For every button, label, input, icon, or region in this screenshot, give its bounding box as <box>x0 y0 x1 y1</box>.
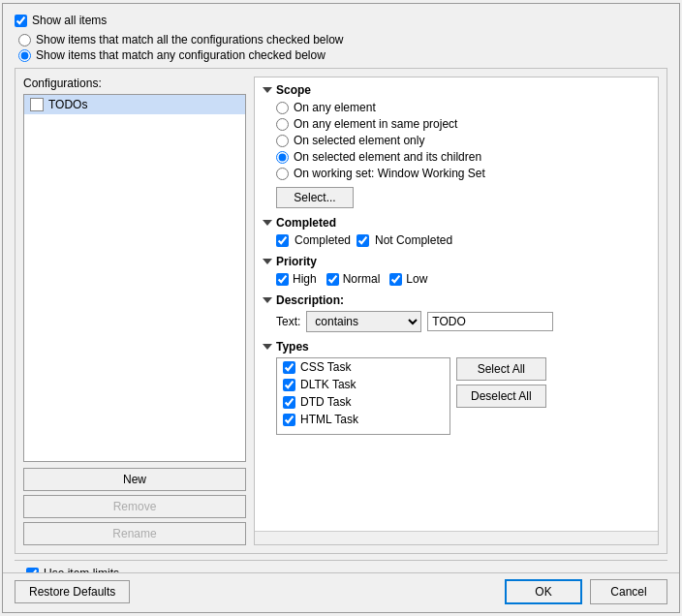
type-css-label: CSS Task <box>300 360 351 374</box>
scope-selected-children-radio[interactable] <box>276 151 289 164</box>
scope-selected-only-radio[interactable] <box>276 135 289 147</box>
config-item-todos[interactable]: TODOs <box>24 95 245 114</box>
match-radio-group: Show items that match all the configurat… <box>15 33 667 62</box>
bottom-bar: Use item limits Number of items visible … <box>15 560 667 572</box>
completed-title: Completed <box>276 216 336 230</box>
type-item-css[interactable]: CSS Task <box>277 358 450 376</box>
main-area: Configurations: TODOs New Remove Rename <box>15 68 667 554</box>
left-panel: Configurations: TODOs New Remove Rename <box>23 77 246 545</box>
scope-same-project-radio[interactable] <box>276 118 289 131</box>
configurations-label: Configurations: <box>23 77 246 90</box>
completed-header: Completed <box>263 216 650 230</box>
completed-checks-row: Completed Not Completed <box>276 233 650 247</box>
scope-working-set-radio[interactable] <box>276 168 289 180</box>
right-panel: Scope On any element On any element in s… <box>254 77 659 545</box>
scope-selected-only-label: On selected element only <box>294 134 424 147</box>
rename-button[interactable]: Rename <box>23 522 246 545</box>
priority-section: Priority High Normal <box>263 255 650 286</box>
radio-match-all[interactable] <box>18 34 31 46</box>
types-section: Types CSS Task <box>263 340 650 435</box>
type-dtd-checkbox[interactable] <box>283 396 295 409</box>
not-completed-checkbox[interactable] <box>356 234 369 247</box>
priority-normal-label: Normal <box>343 272 381 286</box>
select-button[interactable]: Select... <box>276 187 354 208</box>
type-html-checkbox[interactable] <box>283 414 295 426</box>
scope-title: Scope <box>276 83 311 97</box>
scope-selected-only-row: On selected element only <box>276 134 650 147</box>
priority-header: Priority <box>263 255 650 268</box>
priority-low-item: Low <box>389 272 427 286</box>
scope-content: On any element On any element in same pr… <box>263 101 650 208</box>
new-button[interactable]: New <box>23 468 246 491</box>
priority-high-label: High <box>293 272 317 286</box>
deselect-all-button[interactable]: Deselect All <box>456 385 546 408</box>
not-completed-label: Not Completed <box>375 233 452 247</box>
types-buttons: Select All Deselect All <box>456 357 546 408</box>
radio-match-all-row: Show items that match all the configurat… <box>18 33 667 46</box>
type-item-dltk[interactable]: DLTK Task <box>277 376 450 393</box>
radio-match-any-row: Show items that match any configuration … <box>18 48 667 62</box>
types-list[interactable]: CSS Task DLTK Task DTD Task <box>276 357 450 435</box>
priority-title: Priority <box>276 255 317 268</box>
cancel-button[interactable]: Cancel <box>590 579 667 604</box>
config-item-label: TODOs <box>48 98 87 111</box>
text-label: Text: <box>276 315 300 328</box>
ok-button[interactable]: OK <box>505 579 582 604</box>
scope-section: Scope On any element On any element in s… <box>263 83 650 208</box>
completed-label: Completed <box>294 233 351 247</box>
contains-dropdown[interactable]: contains does not contain starts with en… <box>306 311 421 332</box>
scope-triangle-icon[interactable] <box>263 87 272 93</box>
radio-match-any[interactable] <box>18 49 31 62</box>
scope-selected-children-row: On selected element and its children <box>276 150 650 164</box>
radio-match-any-label: Show items that match any configuration … <box>36 48 326 62</box>
type-item-dtd[interactable]: DTD Task <box>277 393 450 411</box>
dialog-content: Show all items Show items that match all… <box>3 4 679 572</box>
completed-triangle-icon[interactable] <box>263 220 272 226</box>
type-dltk-label: DLTK Task <box>300 378 356 391</box>
priority-high-item: High <box>276 272 317 286</box>
priority-normal-item: Normal <box>326 272 381 286</box>
priority-low-checkbox[interactable] <box>389 273 402 286</box>
priority-high-checkbox[interactable] <box>276 273 289 286</box>
types-triangle-icon[interactable] <box>263 344 272 350</box>
types-content: CSS Task DLTK Task DTD Task <box>263 357 650 435</box>
scope-same-project-row: On any element in same project <box>276 117 650 131</box>
completed-section: Completed Completed Not Completed <box>263 216 650 247</box>
scope-working-set-row: On working set: Window Working Set <box>276 167 650 180</box>
horizontal-scrollbar[interactable] <box>255 531 658 544</box>
scope-any-element-radio[interactable] <box>276 102 289 114</box>
dialog-footer: Restore Defaults OK Cancel <box>3 572 679 612</box>
radio-match-all-label: Show items that match all the configurat… <box>36 33 344 46</box>
footer-right-buttons: OK Cancel <box>505 579 667 604</box>
scope-working-set-label: On working set: Window Working Set <box>294 167 485 180</box>
restore-defaults-button[interactable]: Restore Defaults <box>15 580 130 603</box>
scope-header: Scope <box>263 83 650 97</box>
description-triangle-icon[interactable] <box>263 297 272 303</box>
scope-same-project-label: On any element in same project <box>294 117 457 131</box>
main-dialog: Show all items Show items that match all… <box>2 3 680 613</box>
show-all-label: Show all items <box>32 14 107 27</box>
desc-row: Text: contains does not contain starts w… <box>276 311 650 332</box>
scope-selected-children-label: On selected element and its children <box>294 150 481 164</box>
description-text-input[interactable] <box>427 312 553 331</box>
type-css-checkbox[interactable] <box>283 361 295 374</box>
scope-any-element-label: On any element <box>294 101 376 114</box>
types-area: CSS Task DLTK Task DTD Task <box>276 357 650 435</box>
description-section: Description: Text: contains does not con… <box>263 293 650 332</box>
types-title: Types <box>276 340 309 354</box>
type-dltk-checkbox[interactable] <box>283 379 295 391</box>
priority-normal-checkbox[interactable] <box>326 273 339 286</box>
type-dtd-label: DTD Task <box>300 395 351 409</box>
config-buttons: New Remove Rename <box>23 468 246 545</box>
completed-content: Completed Not Completed <box>263 233 650 247</box>
description-title: Description: <box>276 293 344 307</box>
config-item-icon <box>30 98 44 111</box>
completed-checkbox[interactable] <box>276 234 289 247</box>
right-scroll-area[interactable]: Scope On any element On any element in s… <box>255 77 658 531</box>
remove-button[interactable]: Remove <box>23 495 246 518</box>
show-all-checkbox[interactable] <box>15 15 27 27</box>
priority-triangle-icon[interactable] <box>263 259 272 264</box>
type-item-html[interactable]: HTML Task <box>277 411 450 428</box>
select-all-button[interactable]: Select All <box>456 357 546 381</box>
description-header: Description: <box>263 293 650 307</box>
